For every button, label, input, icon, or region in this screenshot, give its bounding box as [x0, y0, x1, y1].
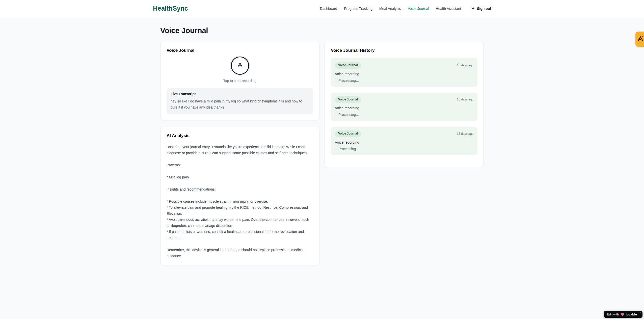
history-item[interactable]: Voice Journal 15 days ago Voice recordin… — [331, 127, 477, 155]
nav-item-voice-journal[interactable]: Voice Journal — [408, 7, 429, 11]
main-content: Voice Journal Voice Journal — [160, 17, 484, 265]
history-card-title: Voice Journal History — [331, 48, 477, 53]
entry-timestamp: 15 days ago — [457, 98, 473, 101]
history-list: Voice Journal 15 days ago Voice recordin… — [331, 58, 477, 155]
ai-analysis-card: AI Analysis Based on your journal entry,… — [160, 127, 319, 265]
tap-to-record-hint: Tap to start recording — [223, 79, 257, 83]
edit-badge-prefix: Edit with — [607, 313, 619, 316]
left-column: Voice Journal Tap to start recording — [160, 42, 319, 265]
nav-item-health-assistant[interactable]: Health Assistant — [436, 7, 461, 11]
live-transcript-box: Live Transcript hey so like I do have a … — [167, 88, 313, 114]
right-column: Voice Journal History Voice Journal 15 d… — [325, 42, 484, 168]
entry-label: Voice recording — [335, 72, 473, 76]
history-item[interactable]: Voice Journal 15 days ago Voice recordin… — [331, 93, 477, 121]
voice-recorder-card: Voice Journal Tap to start recording — [160, 42, 319, 120]
ai-analysis-title: AI Analysis — [167, 133, 313, 138]
accessibility-widget-button[interactable] — [635, 32, 644, 47]
entry-status: Processing... — [335, 78, 473, 83]
page-title: Voice Journal — [160, 26, 484, 35]
edit-badge-brand: lovable — [626, 313, 637, 316]
entry-type-badge: Voice Journal — [335, 96, 361, 103]
main-nav: Dashboard Progress Tracking Meal Analysi… — [320, 6, 491, 11]
sign-out-button[interactable]: Sign out — [470, 6, 491, 11]
accessibility-widget-icon — [637, 35, 644, 43]
live-transcript-title: Live Transcript — [171, 92, 309, 96]
entry-label: Voice recording — [335, 140, 473, 144]
history-item[interactable]: Voice Journal 15 days ago Voice recordin… — [331, 58, 477, 87]
entry-status: Processing... — [335, 147, 473, 151]
sign-out-label: Sign out — [477, 7, 491, 11]
voice-journal-history-card: Voice Journal History Voice Journal 15 d… — [325, 42, 484, 168]
entry-type-badge: Voice Journal — [335, 130, 361, 137]
entry-timestamp: 15 days ago — [457, 64, 473, 67]
gradient-heart-icon — [621, 313, 624, 316]
nav-item-dashboard[interactable]: Dashboard — [320, 7, 337, 11]
brand-logo[interactable]: HealthSync — [153, 5, 188, 12]
record-button[interactable] — [231, 57, 249, 75]
recorder-card-title: Voice Journal — [167, 48, 313, 53]
nav-item-meal-analysis[interactable]: Meal Analysis — [379, 7, 401, 11]
entry-label: Voice recording — [335, 106, 473, 110]
logout-icon — [470, 6, 475, 11]
edit-with-lovable-badge[interactable]: Edit with lovable × — [604, 311, 642, 318]
top-navigation-bar: HealthSync Dashboard Progress Tracking M… — [0, 0, 644, 17]
live-transcript-text: hey so like I do have a mild pain in my … — [171, 98, 309, 110]
nav-item-progress-tracking[interactable]: Progress Tracking — [344, 7, 372, 11]
entry-timestamp: 15 days ago — [457, 132, 473, 136]
ai-analysis-body: Based on your journal entry, it sounds l… — [167, 144, 313, 259]
mic-icon — [237, 63, 243, 69]
close-icon[interactable]: × — [639, 311, 641, 314]
entry-type-badge: Voice Journal — [335, 62, 361, 69]
entry-status: Processing... — [335, 113, 473, 117]
